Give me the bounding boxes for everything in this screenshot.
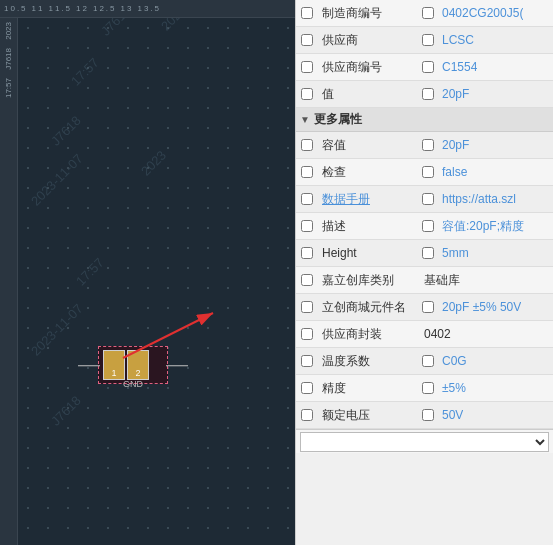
prop-name-check: 检查 — [318, 164, 418, 181]
value-checkbox-input[interactable] — [422, 247, 434, 259]
name-checkbox-description[interactable] — [296, 220, 318, 232]
name-checkbox-lcsc-part[interactable] — [296, 301, 318, 313]
name-checkbox-input[interactable] — [301, 409, 313, 421]
property-row-value: 值 20pF — [296, 81, 553, 108]
property-row-package: 供应商封装 0402 — [296, 321, 553, 348]
prop-name-supplier-number: 供应商编号 — [318, 59, 418, 76]
watermark: 2023-11-07 — [28, 301, 86, 359]
property-row-tolerance: 精度 ±5% — [296, 375, 553, 402]
prop-value-supplier-number: C1554 — [440, 60, 477, 74]
value-checkbox-supplier-number[interactable] — [422, 61, 440, 73]
prop-name-jlc-category: 嘉立创库类别 — [318, 272, 418, 289]
name-checkbox-input[interactable] — [301, 61, 313, 73]
name-checkbox-input[interactable] — [301, 247, 313, 259]
watermark: 2023-11-07 — [28, 151, 86, 209]
value-checkbox-input[interactable] — [422, 88, 434, 100]
property-row-capacitance: 容值 20pF — [296, 132, 553, 159]
prop-name-supplier: 供应商 — [318, 32, 418, 49]
name-checkbox-package[interactable] — [296, 328, 318, 340]
name-checkbox-input[interactable] — [301, 139, 313, 151]
value-checkbox-input[interactable] — [422, 220, 434, 232]
name-checkbox-input[interactable] — [301, 328, 313, 340]
name-checkbox-datasheet[interactable] — [296, 193, 318, 205]
prop-name-lcsc-part: 立创商城元件名 — [318, 299, 418, 316]
value-checkbox-input[interactable] — [422, 193, 434, 205]
section-label-more: 更多属性 — [314, 111, 362, 128]
name-checkbox-input[interactable] — [301, 166, 313, 178]
gnd-label: GND — [123, 379, 143, 389]
value-checkbox-input[interactable] — [422, 355, 434, 367]
bottom-dropdown-select[interactable] — [300, 432, 549, 452]
bottom-dropdown-row — [296, 429, 553, 453]
prop-value-cell-datasheet: https://atta.szl — [418, 188, 553, 210]
value-checkbox-input[interactable] — [422, 7, 434, 19]
value-checkbox-value[interactable] — [422, 88, 440, 100]
prop-value-jlc-category: 基础库 — [422, 272, 460, 289]
name-checkbox-input[interactable] — [301, 355, 313, 367]
prop-value-description: 容值:20pF;精度 — [440, 218, 524, 235]
property-row-lcsc-part: 立创商城元件名 20pF ±5% 50V — [296, 294, 553, 321]
watermark: 17:57 — [68, 55, 102, 89]
name-checkbox-tolerance[interactable] — [296, 382, 318, 394]
name-checkbox-input[interactable] — [301, 7, 313, 19]
canvas-area: 10.5 11 11.5 12 12.5 13 13.5 2023 J7618 … — [0, 0, 295, 545]
name-checkbox-temp-coeff[interactable] — [296, 355, 318, 367]
watermark: 17:57 — [73, 255, 107, 289]
prop-value-cell-package: 0402 — [418, 323, 553, 345]
value-checkbox-capacitance[interactable] — [422, 139, 440, 151]
prop-value-cell-rated-voltage: 50V — [418, 404, 553, 426]
property-row-manufacturer-number: 制造商编号 0402CG200J5( — [296, 0, 553, 27]
name-checkbox-input[interactable] — [301, 274, 313, 286]
name-checkbox-manufacturer[interactable] — [296, 7, 318, 19]
name-checkbox-input[interactable] — [301, 34, 313, 46]
name-checkbox-input[interactable] — [301, 220, 313, 232]
value-checkbox-height[interactable] — [422, 247, 440, 259]
property-row-supplier-number: 供应商编号 C1554 — [296, 54, 553, 81]
value-checkbox-input[interactable] — [422, 382, 434, 394]
pad-1[interactable]: 1 — [103, 350, 125, 380]
name-checkbox-input[interactable] — [301, 88, 313, 100]
name-checkbox-supplier-number[interactable] — [296, 61, 318, 73]
value-checkbox-tolerance[interactable] — [422, 382, 440, 394]
name-checkbox-jlc-category[interactable] — [296, 274, 318, 286]
value-checkbox-rated-voltage[interactable] — [422, 409, 440, 421]
value-checkbox-check[interactable] — [422, 166, 440, 178]
name-checkbox-capacitance[interactable] — [296, 139, 318, 151]
prop-value-cell-manufacturer: 0402CG200J5( — [418, 2, 553, 24]
value-checkbox-supplier[interactable] — [422, 34, 440, 46]
name-checkbox-height[interactable] — [296, 247, 318, 259]
name-checkbox-supplier[interactable] — [296, 34, 318, 46]
property-row-height: Height 5mm — [296, 240, 553, 267]
value-checkbox-manufacturer[interactable] — [422, 7, 440, 19]
name-checkbox-input[interactable] — [301, 301, 313, 313]
value-checkbox-input[interactable] — [422, 139, 434, 151]
value-checkbox-temp-coeff[interactable] — [422, 355, 440, 367]
pad-1-label: 1 — [111, 368, 116, 378]
prop-value-cell-lcsc-part: 20pF ±5% 50V — [418, 296, 553, 318]
name-checkbox-input[interactable] — [301, 193, 313, 205]
value-checkbox-input[interactable] — [422, 166, 434, 178]
name-checkbox-input[interactable] — [301, 382, 313, 394]
value-checkbox-input[interactable] — [422, 409, 434, 421]
value-checkbox-input[interactable] — [422, 34, 434, 46]
property-row-datasheet: 数据手册 https://atta.szl — [296, 186, 553, 213]
property-row-jlc-category: 嘉立创库类别 基础库 — [296, 267, 553, 294]
value-checkbox-lcsc-part[interactable] — [422, 301, 440, 313]
component-symbol[interactable]: 1 2 GND — [78, 338, 188, 393]
prop-name-datasheet[interactable]: 数据手册 — [318, 191, 418, 208]
value-checkbox-input[interactable] — [422, 301, 434, 313]
name-checkbox-rated-voltage[interactable] — [296, 409, 318, 421]
more-properties-section-header[interactable]: ▼ 更多属性 — [296, 108, 553, 132]
value-checkbox-description[interactable] — [422, 220, 440, 232]
name-checkbox-check[interactable] — [296, 166, 318, 178]
pad-2[interactable]: 2 — [127, 350, 149, 380]
value-checkbox-datasheet[interactable] — [422, 193, 440, 205]
prop-value-cell-check: false — [418, 161, 553, 183]
prop-name-rated-voltage: 额定电压 — [318, 407, 418, 424]
prop-value-cell-jlc-category: 基础库 — [418, 269, 553, 291]
canvas-content: J7618 17:57 2023 J7618 2023-11-07 17:57 … — [18, 18, 295, 545]
prop-name-package: 供应商封装 — [318, 326, 418, 343]
value-checkbox-input[interactable] — [422, 61, 434, 73]
name-checkbox-value[interactable] — [296, 88, 318, 100]
prop-name-value: 值 — [318, 86, 418, 103]
